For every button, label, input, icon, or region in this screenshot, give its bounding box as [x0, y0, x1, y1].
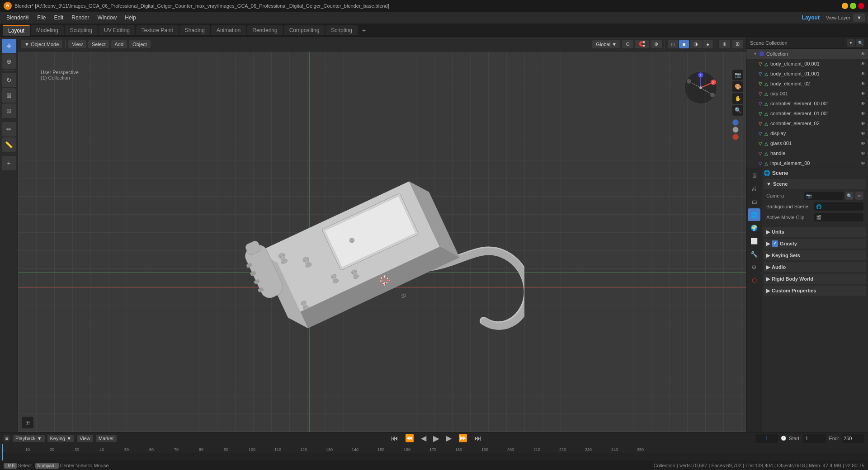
grab-btn[interactable]: ✋ [732, 93, 743, 104]
minimize-button[interactable] [842, 3, 848, 9]
next-keyframe-btn[interactable]: ⏩ [456, 433, 470, 443]
outliner-item-body-element-01-001[interactable]: ▽ △ body_element_01.001 👁 [746, 69, 868, 79]
tab-rendering[interactable]: Rendering [247, 25, 283, 35]
item-vis[interactable]: 👁 [860, 71, 866, 76]
menu-blender[interactable]: Blender® [3, 14, 33, 22]
menu-window[interactable]: Window [94, 14, 121, 22]
gizmo-toggle[interactable]: ⊕ [719, 40, 730, 48]
item-vis[interactable]: 👁 [860, 141, 866, 146]
particles-props-icon[interactable]: ⚙ [748, 261, 760, 273]
pivot-point[interactable]: ⊙ [622, 40, 633, 48]
outliner-item-body-element-02[interactable]: ▽ △ body_element_02 👁 [746, 79, 868, 89]
outliner-collection[interactable]: ▼ Collection 👁 [746, 49, 868, 59]
jump-to-start-btn[interactable]: ⏮ [388, 433, 401, 443]
camera-new-btn[interactable]: ✏ [855, 192, 863, 200]
material-overlay-btn[interactable]: 🎨 [732, 81, 743, 92]
keying-sets-header[interactable]: ▶ Keying Sets [764, 250, 866, 260]
object-menu[interactable]: Object [129, 40, 151, 48]
select-menu[interactable]: Select [88, 40, 109, 48]
tab-modeling[interactable]: Modeling [31, 25, 64, 35]
tool-move[interactable]: ⊕ [2, 54, 16, 69]
view-menu[interactable]: View [68, 40, 86, 48]
maximize-button[interactable] [850, 3, 856, 9]
outliner-item-cap-001[interactable]: ▽ △ cap.001 👁 [746, 89, 868, 99]
audio-section-header[interactable]: ▶ Audio [764, 262, 866, 272]
item-vis[interactable]: 👁 [860, 61, 866, 66]
item-vis[interactable]: 👁 [860, 81, 866, 86]
item-vis[interactable]: 👁 [860, 121, 866, 126]
prev-keyframe-btn[interactable]: ⏪ [402, 433, 417, 443]
marker-menu[interactable]: Marker [96, 435, 117, 442]
view-layer-btn[interactable]: ▼ [853, 14, 865, 22]
viewport-3d[interactable]: ▼ Object Mode View Select Add Object Glo… [18, 37, 746, 432]
tool-rotate[interactable]: ↻ [2, 73, 16, 87]
close-button[interactable] [858, 3, 864, 9]
active-movie-clip-value[interactable]: 🎬 [814, 213, 864, 221]
proportional-edit[interactable]: ⊚ [651, 40, 662, 48]
material-mode[interactable]: ◑ [690, 40, 702, 48]
tool-scale[interactable]: ⊠ [2, 88, 16, 103]
toggle-ui-btn[interactable]: ⊞ [22, 417, 33, 428]
play-btn[interactable]: ▶ [430, 432, 442, 444]
outliner-item-display[interactable]: ▽ △ display 👁 [746, 128, 868, 138]
item-vis[interactable]: 👁 [860, 91, 866, 96]
physics-props-icon[interactable]: ⬡ [748, 274, 760, 287]
menu-render[interactable]: Render [68, 14, 93, 22]
menu-edit[interactable]: Edit [51, 14, 67, 22]
bg-scene-value[interactable]: 🌐 [814, 202, 864, 211]
menu-help[interactable]: Help [121, 14, 140, 22]
outliner-item-handle[interactable]: ▽ △ handle 👁 [746, 148, 868, 158]
item-vis[interactable]: 👁 [860, 111, 866, 116]
outliner-item-glass-001[interactable]: ▽ △ glass.001 👁 [746, 138, 868, 148]
tool-add[interactable]: + [2, 156, 16, 170]
add-workspace-button[interactable]: + [359, 25, 369, 36]
tab-shading[interactable]: Shading [179, 25, 210, 35]
tab-texture-paint[interactable]: Texture Paint [136, 25, 179, 35]
view-layer-props-icon[interactable]: 🗂 [748, 195, 760, 208]
timeline-ruler[interactable]: 1 10 20 30 40 50 60 70 80 90 100 110 120… [0, 444, 868, 453]
tab-uv-editing[interactable]: UV Editing [99, 25, 135, 35]
tab-layout[interactable]: Layout [3, 25, 30, 36]
viewport-canvas[interactable]: User Perspective (1) Collection [18, 52, 746, 432]
item-vis[interactable]: 👁 [860, 161, 866, 166]
item-vis[interactable]: 👁 [860, 131, 866, 136]
output-props-icon[interactable]: 🖨 [748, 182, 760, 195]
camera-value[interactable]: 📷 [804, 192, 844, 200]
camera-to-view-btn[interactable]: 📷 [732, 70, 743, 80]
playback-menu[interactable]: Playback ▼ [13, 435, 45, 442]
outliner-item-controller-02[interactable]: ▽ △ controller_element_02 👁 [746, 118, 868, 128]
gravity-section-header[interactable]: ▶ ✓ Gravity [764, 239, 866, 249]
current-frame-input[interactable]: 1 [755, 434, 778, 443]
wireframe-mode[interactable]: □ [668, 40, 678, 48]
end-frame-input[interactable]: 250 [842, 434, 864, 443]
rigid-body-world-header[interactable]: ▶ Rigid Body World [764, 274, 866, 284]
view-menu-timeline[interactable]: View [77, 435, 93, 442]
item-vis[interactable]: 👁 [860, 151, 866, 156]
global-transform[interactable]: Global ▼ [592, 40, 620, 48]
search-viewport-btn[interactable]: 🔍 [732, 105, 743, 116]
tab-compositing[interactable]: Compositing [284, 25, 325, 35]
overlay-toggle[interactable]: ⊞ [732, 40, 743, 48]
collection-vis-icon[interactable]: 👁 [860, 52, 866, 56]
units-section-header[interactable]: ▶ Units [764, 227, 866, 237]
solid-mode[interactable]: ■ [679, 40, 689, 48]
step-forward-btn[interactable]: ▶ [443, 433, 454, 443]
step-back-btn[interactable]: ◀ [418, 433, 429, 443]
add-menu[interactable]: Add [111, 40, 127, 48]
scene-section-header[interactable]: ▼ Scene [764, 179, 866, 189]
tab-scripting[interactable]: Scripting [326, 25, 358, 35]
camera-browse-btn[interactable]: 🔍 [845, 192, 854, 200]
tab-sculpting[interactable]: Sculpting [65, 25, 98, 35]
navigation-gizmo[interactable]: X Z Y [683, 70, 719, 106]
tool-transform[interactable]: ⊞ [2, 103, 16, 118]
gravity-checkbox[interactable]: ✓ [772, 240, 778, 247]
render-props-icon[interactable]: 🖥 [748, 169, 760, 182]
menu-file[interactable]: File [33, 14, 49, 22]
keying-menu[interactable]: Keying ▼ [47, 435, 75, 442]
tool-annotate[interactable]: ✏ [2, 122, 16, 136]
outliner-item-controller-01-001[interactable]: ▽ △ controller_element_01.001 👁 [746, 108, 868, 118]
outliner-item-controller-00-001[interactable]: ▽ △ controller_element_00.001 👁 [746, 99, 868, 108]
timeline-keyframe-area[interactable] [0, 453, 868, 461]
outliner-item-input-00[interactable]: ▽ △ input_element_00 👁 [746, 158, 868, 168]
outliner-filter-btn[interactable]: ▼ [847, 39, 855, 47]
